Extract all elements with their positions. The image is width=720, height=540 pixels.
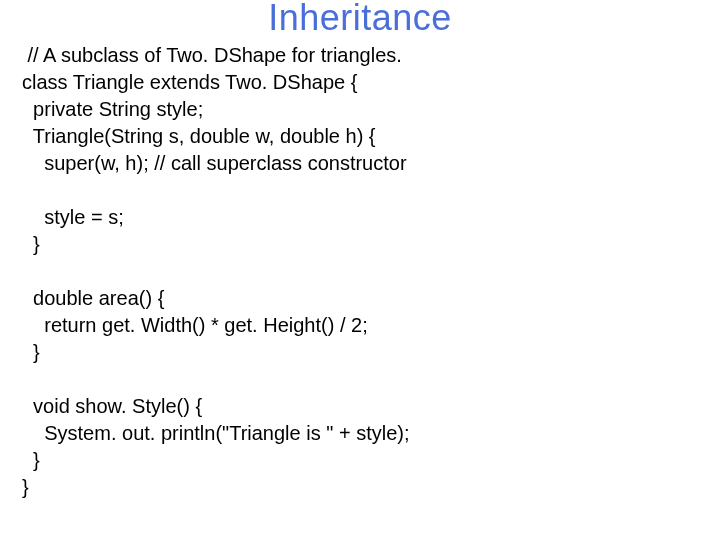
code-line: }: [22, 476, 29, 498]
code-line: Triangle(String s, double w, double h) {: [22, 125, 376, 147]
code-line: class Triangle extends Two. DShape {: [22, 71, 357, 93]
slide: Inheritance // A subclass of Two. DShape…: [0, 0, 720, 540]
code-line: return get. Width() * get. Height() / 2;: [22, 314, 368, 336]
slide-title: Inheritance: [0, 0, 720, 36]
code-line: }: [22, 449, 40, 471]
code-line: // A subclass of Two. DShape for triangl…: [22, 44, 402, 66]
code-line: }: [22, 233, 40, 255]
code-line: }: [22, 341, 40, 363]
code-line: void show. Style() {: [22, 395, 202, 417]
code-line: super(w, h); // call superclass construc…: [22, 152, 407, 174]
code-line: double area() {: [22, 287, 164, 309]
code-line: private String style;: [22, 98, 203, 120]
code-line: style = s;: [22, 206, 124, 228]
code-line: System. out. println("Triangle is " + st…: [22, 422, 409, 444]
code-block: // A subclass of Two. DShape for triangl…: [0, 36, 720, 501]
